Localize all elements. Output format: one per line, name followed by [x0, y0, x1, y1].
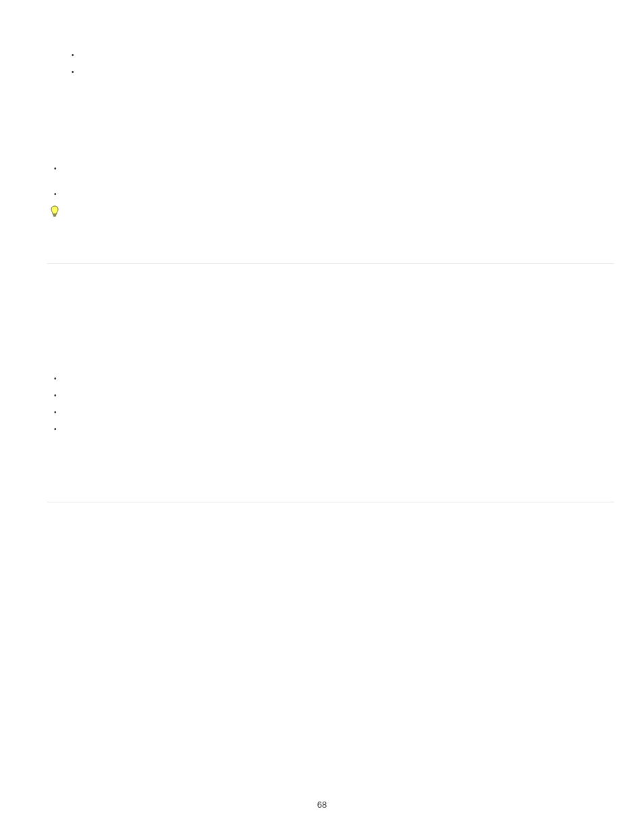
svg-rect-0 [53, 214, 56, 215]
bullet-list-3 [54, 372, 614, 440]
list-item [54, 389, 614, 406]
page-number: 68 [0, 800, 644, 810]
list-item [54, 188, 614, 213]
list-item [54, 372, 614, 389]
divider-1 [47, 263, 614, 264]
divider-2 [47, 502, 614, 502]
page-content [0, 0, 644, 502]
list-item [54, 406, 614, 423]
list-item [72, 47, 614, 64]
bullet-list-2 [54, 162, 614, 213]
list-item [72, 64, 614, 81]
list-item [54, 423, 614, 440]
list-item [54, 162, 614, 188]
bullet-list-1 [72, 47, 614, 81]
svg-rect-1 [54, 215, 56, 217]
